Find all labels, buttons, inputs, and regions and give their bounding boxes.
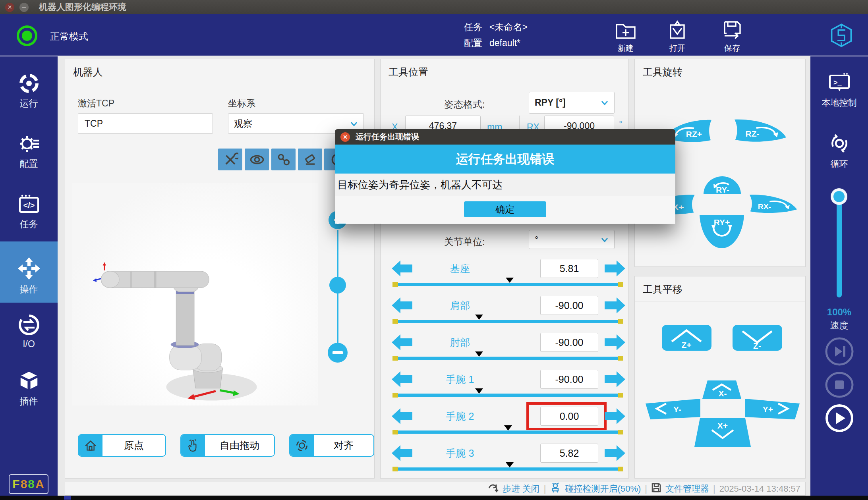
- joint-decrease-button[interactable]: [391, 444, 413, 462]
- svg-text:RY+: RY+: [714, 218, 730, 227]
- joint-slider-marker: [475, 388, 483, 398]
- rotate-rz-minus-button[interactable]: RZ-: [733, 118, 787, 146]
- dialog-close-icon[interactable]: ✕: [340, 132, 350, 142]
- zoom-slider-knob[interactable]: [329, 277, 346, 293]
- step-status[interactable]: 步进 关闭: [503, 483, 540, 495]
- align-icon: [290, 435, 314, 456]
- translate-y-plus-button[interactable]: Y+: [743, 398, 801, 422]
- local-control-button[interactable]: >_ 本地控制: [810, 72, 868, 109]
- view-eraser-button[interactable]: [298, 149, 322, 170]
- joint-slider[interactable]: [392, 394, 623, 397]
- robot-panel-title: 机器人: [73, 66, 103, 79]
- play-button[interactable]: [825, 403, 854, 433]
- sidebar-item-operate[interactable]: 操作: [0, 241, 58, 303]
- joint-value-input[interactable]: -90.00: [540, 333, 598, 352]
- joint-unit-select[interactable]: °: [529, 230, 615, 249]
- joint-decrease-button[interactable]: [391, 334, 413, 351]
- home-button[interactable]: 原点: [78, 434, 166, 457]
- svg-text:X-: X-: [719, 389, 727, 398]
- status-bar: 步进 关闭 | 碰撞检测开启(50%) | 文件管理器 | 2025-03-14…: [65, 482, 806, 496]
- open-button[interactable]: 打开: [655, 20, 699, 54]
- translate-z-plus-button[interactable]: Z+: [662, 325, 711, 352]
- svg-text:Z-: Z-: [753, 341, 761, 350]
- joint-increase-button[interactable]: [604, 334, 626, 351]
- zoom-out-button[interactable]: [328, 343, 348, 363]
- joint-decrease-button[interactable]: [391, 407, 413, 425]
- file-manager-icon: [651, 483, 661, 495]
- translate-z-minus-button[interactable]: Z-: [733, 325, 782, 352]
- chevron-down-icon: [601, 97, 609, 108]
- move-arrows-icon: [0, 257, 58, 280]
- joint-value-input[interactable]: 5.82: [540, 444, 598, 463]
- stop-button[interactable]: [825, 370, 854, 400]
- rotate-ry-plus-button[interactable]: RY+: [698, 214, 745, 251]
- joint-increase-button[interactable]: [604, 260, 626, 277]
- joint-value-input[interactable]: 0.00: [540, 407, 598, 426]
- joint-decrease-button[interactable]: [391, 297, 413, 314]
- joint-increase-button[interactable]: [604, 407, 626, 425]
- joint-value-input[interactable]: -90.00: [540, 296, 598, 315]
- joint-slider[interactable]: [392, 357, 623, 360]
- robot-programming-environment: ✕ ─ 机器人图形化编程环境 正常模式 任务 <未命名> 配置 default*: [0, 0, 868, 500]
- joint-increase-button[interactable]: [604, 444, 626, 462]
- sidebar-item-run[interactable]: 运行: [0, 72, 58, 110]
- translate-x-plus-button[interactable]: X+: [694, 417, 752, 449]
- window-title: 机器人图形化编程环境: [39, 1, 126, 13]
- speed-slider-knob[interactable]: [831, 188, 847, 205]
- view-link-button[interactable]: [271, 149, 296, 170]
- sidebar-item-config[interactable]: 配置: [0, 133, 58, 170]
- joint-slider[interactable]: [392, 283, 623, 286]
- clock-timestamp: 2025-03-14 13:48:57: [719, 484, 800, 494]
- step-forward-button[interactable]: [825, 337, 854, 366]
- window-titlebar: ✕ ─ 机器人图形化编程环境: [0, 0, 868, 14]
- rotate-rx-minus-button[interactable]: RX-: [748, 194, 798, 217]
- speed-slider[interactable]: [837, 197, 842, 297]
- dialog-footer: 确定: [335, 196, 675, 224]
- view-visibility-button[interactable]: [245, 149, 269, 170]
- joint-slider[interactable]: [392, 467, 623, 471]
- hand-drag-icon: [181, 435, 205, 456]
- collision-status[interactable]: 碰撞检测开启(50%): [565, 483, 641, 495]
- joint-value-input[interactable]: -90.00: [540, 370, 598, 389]
- pose-format-select[interactable]: RPY [°]: [529, 92, 615, 114]
- loop-button[interactable]: 循环: [810, 132, 868, 170]
- tool-translate-panel: 工具平移 Z+ Z- X-: [634, 276, 806, 479]
- sidebar-item-io[interactable]: I/O: [0, 314, 58, 349]
- svg-text:>_: >_: [833, 79, 842, 87]
- robot-panel: 机器人 激活TCP TCP 坐标系 观察: [65, 59, 375, 479]
- io-exchange-icon: [0, 314, 58, 336]
- view-tools-button[interactable]: [218, 149, 242, 170]
- svg-text:X+: X+: [717, 421, 728, 430]
- loop-arrows-icon: [810, 132, 868, 155]
- joint-increase-button[interactable]: [604, 297, 626, 314]
- sidebar-item-task[interactable]: </> 任务: [0, 194, 58, 230]
- window-minimize-button[interactable]: ─: [19, 3, 29, 12]
- save-button[interactable]: 保存: [710, 20, 754, 54]
- joint-value-input[interactable]: 5.81: [540, 259, 598, 278]
- joint-slider[interactable]: [392, 320, 623, 323]
- translate-x-minus-button[interactable]: X-: [702, 380, 742, 401]
- left-nav-sidebar: 运行 配置: [0, 56, 58, 496]
- step-icon: [488, 483, 499, 495]
- active-tcp-input[interactable]: TCP: [78, 113, 213, 134]
- new-button[interactable]: 新建: [604, 20, 648, 54]
- task-value: <未命名>: [489, 19, 528, 35]
- joint-slider-marker: [506, 462, 514, 471]
- joint-slider[interactable]: [392, 431, 623, 434]
- joint-name: 肩部: [420, 299, 500, 312]
- save-icon: [710, 20, 754, 41]
- joint-decrease-button[interactable]: [391, 260, 413, 277]
- rotate-ry-minus-button[interactable]: RY-: [703, 176, 742, 196]
- dialog-message: 目标位姿为奇异位姿，机器人不可达: [335, 174, 675, 196]
- joint-decrease-button[interactable]: [391, 371, 413, 388]
- free-drag-button[interactable]: 自由拖动: [180, 434, 275, 457]
- joint-increase-button[interactable]: [604, 371, 626, 388]
- file-manager-link[interactable]: 文件管理器: [665, 483, 709, 495]
- robot-3d-viewport[interactable]: [72, 183, 318, 405]
- sidebar-item-plugin[interactable]: 插件: [0, 369, 58, 407]
- dialog-ok-button[interactable]: 确定: [464, 201, 546, 217]
- tool-position-panel: 工具位置 姿态格式: RPY [°] X 476.37 mm RX -90.00…: [380, 59, 629, 479]
- align-button[interactable]: 对齐: [289, 434, 374, 457]
- window-close-button[interactable]: ✕: [5, 3, 14, 12]
- joint-row-elbow: 肘部 -90.00: [381, 333, 628, 369]
